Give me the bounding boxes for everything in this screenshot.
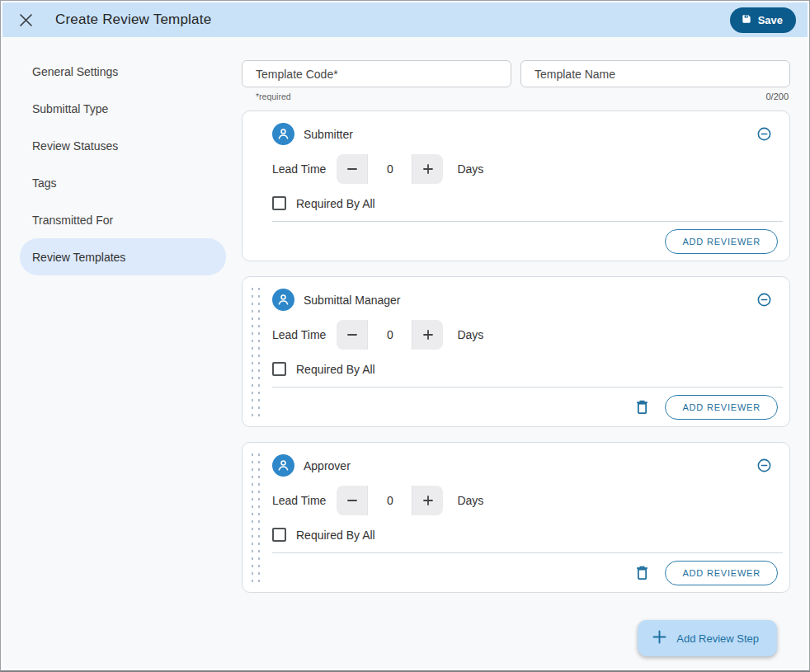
template-code-input[interactable]: [242, 60, 511, 87]
sidebar-item-review-statuses[interactable]: Review Statuses: [20, 127, 226, 164]
step-name: Submittal Manager: [304, 294, 401, 307]
lead-time-value[interactable]: [367, 154, 412, 184]
review-step-card: Approver Lead Time Days: [242, 442, 790, 593]
days-label: Days: [457, 494, 483, 507]
review-step-card: Submittal Manager Lead Time Days: [242, 276, 790, 427]
review-template-form: *required 0/200 Submitter Lead Time: [233, 37, 808, 669]
required-helper-text: *required: [242, 92, 291, 101]
sidebar-item-tags[interactable]: Tags: [20, 164, 226, 201]
lead-time-stepper: [337, 154, 443, 184]
required-by-all-checkbox[interactable]: [272, 528, 286, 542]
delete-step-icon[interactable]: [632, 563, 652, 583]
remove-step-icon[interactable]: [755, 125, 773, 143]
sidebar-item-review-templates[interactable]: Review Templates: [20, 238, 226, 275]
lead-time-label: Lead Time: [272, 162, 326, 176]
delete-step-icon[interactable]: [632, 397, 652, 417]
lead-time-label: Lead Time: [272, 328, 326, 341]
step-name: Approver: [304, 459, 351, 472]
required-by-all-label: Required By All: [296, 197, 375, 210]
remove-step-icon[interactable]: [755, 457, 773, 475]
person-icon: [272, 454, 294, 477]
increment-icon[interactable]: [412, 486, 443, 515]
required-by-all-checkbox[interactable]: [272, 362, 286, 376]
lead-time-stepper: [337, 320, 443, 350]
days-label: Days: [457, 162, 483, 176]
increment-icon[interactable]: [412, 320, 443, 350]
template-name-input[interactable]: [520, 60, 790, 87]
char-counter: 0/200: [765, 92, 790, 101]
sidebar-item-submittal-type[interactable]: Submittal Type: [20, 90, 226, 127]
plus-icon: [652, 630, 666, 646]
person-icon: [272, 123, 294, 145]
save-button-label: Save: [758, 14, 783, 26]
save-icon: [741, 13, 752, 27]
person-icon: [272, 289, 294, 311]
add-reviewer-button[interactable]: ADD REVIEWER: [665, 229, 778, 254]
drag-handle[interactable]: [248, 284, 262, 419]
required-by-all-label: Required By All: [296, 363, 375, 376]
dialog-header: Create Review Template Save: [2, 2, 808, 37]
lead-time-value[interactable]: [367, 486, 412, 515]
lead-time-label: Lead Time: [272, 494, 326, 507]
required-by-all-label: Required By All: [296, 529, 375, 542]
step-name: Submitter: [304, 128, 353, 141]
increment-icon[interactable]: [412, 154, 443, 184]
page-title: Create Review Template: [55, 12, 211, 28]
add-review-step-button[interactable]: Add Review Step: [638, 620, 777, 656]
add-reviewer-button[interactable]: ADD REVIEWER: [665, 561, 778, 585]
days-label: Days: [457, 328, 483, 341]
sidebar-item-transmitted-for[interactable]: Transmitted For: [20, 201, 226, 238]
lead-time-stepper: [337, 486, 443, 515]
required-by-all-checkbox[interactable]: [272, 196, 286, 210]
decrement-icon[interactable]: [337, 486, 367, 515]
add-review-step-label: Add Review Step: [676, 632, 759, 645]
settings-sidebar: General Settings Submittal Type Review S…: [2, 37, 233, 669]
save-button[interactable]: Save: [730, 7, 796, 33]
decrement-icon[interactable]: [337, 320, 367, 350]
review-step-card: Submitter Lead Time Days: [242, 110, 790, 261]
drag-handle[interactable]: [248, 450, 262, 585]
remove-step-icon[interactable]: [755, 291, 773, 309]
close-icon[interactable]: [16, 10, 35, 30]
add-reviewer-button[interactable]: ADD REVIEWER: [665, 395, 778, 420]
sidebar-item-general-settings[interactable]: General Settings: [20, 53, 226, 90]
decrement-icon[interactable]: [337, 154, 367, 184]
lead-time-value[interactable]: [367, 320, 412, 350]
